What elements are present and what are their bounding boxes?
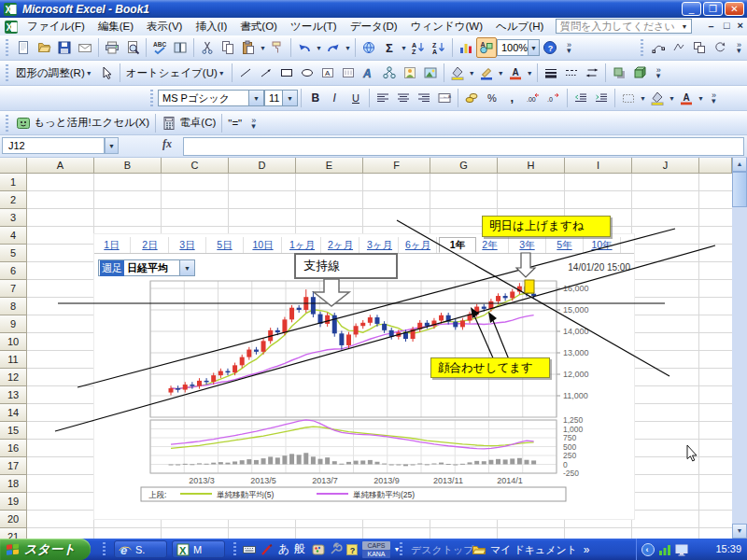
row-header-3[interactable]: 3 <box>0 209 27 227</box>
scroll-down-icon[interactable]: ▼ <box>732 524 747 539</box>
underline-button[interactable]: U <box>345 88 366 108</box>
fill-color-dropdown-icon[interactable]: ▼ <box>468 63 476 83</box>
row-header-19[interactable]: 19 <box>0 493 27 511</box>
row-header-2[interactable]: 2 <box>0 191 27 209</box>
toolbar-grip[interactable] <box>641 39 643 56</box>
font-size-combo[interactable]: 11▼ <box>264 90 298 106</box>
increase-decimal-button[interactable]: .00 <box>523 88 543 108</box>
desktop-toolbar-label[interactable]: デスクトップ <box>411 543 474 557</box>
my-documents-button[interactable]: マイ ドキュメント <box>472 542 577 557</box>
freeform-button[interactable] <box>669 37 689 58</box>
print-preview-button[interactable] <box>122 37 143 58</box>
row-header-7[interactable]: 7 <box>0 280 27 298</box>
open-button[interactable] <box>34 37 54 58</box>
undo-dropdown-icon[interactable]: ▼ <box>315 37 323 58</box>
ime-palette-icon[interactable] <box>310 541 326 557</box>
column-header-C[interactable]: C <box>162 157 229 174</box>
dash-style-button[interactable] <box>561 63 582 83</box>
row-header-9[interactable]: 9 <box>0 315 27 333</box>
text-box-button[interactable]: A <box>317 63 338 83</box>
column-header-A[interactable]: A <box>27 157 94 174</box>
toolbar-overflow-chevron[interactable]: » <box>581 541 592 557</box>
desktop-toolbar-grip[interactable] <box>400 542 402 556</box>
ime-pen-icon[interactable] <box>259 541 275 557</box>
shadow-style-button[interactable] <box>609 63 629 83</box>
drawing-button[interactable]: A <box>476 37 497 58</box>
save-button[interactable] <box>54 37 75 58</box>
font-name-dropdown-icon[interactable]: ▼ <box>248 91 263 105</box>
fill-color-button[interactable] <box>647 88 668 108</box>
menu-データ(D)[interactable]: データ(D) <box>344 18 404 35</box>
font-color-dropdown-icon[interactable]: ▼ <box>697 88 705 108</box>
increase-indent-button[interactable] <box>591 88 612 108</box>
undo-button[interactable] <box>294 37 315 58</box>
align-center-button[interactable] <box>393 88 414 108</box>
oval-button[interactable] <box>297 63 317 83</box>
fill-color-button[interactable] <box>447 63 468 83</box>
arrow-button[interactable] <box>256 63 276 83</box>
decrease-decimal-button[interactable]: .0 <box>543 88 564 108</box>
row-header-15[interactable]: 15 <box>0 422 27 440</box>
cut-button[interactable] <box>197 37 218 58</box>
column-header-D[interactable]: D <box>229 157 296 174</box>
font-color-button[interactable]: A <box>676 88 697 108</box>
select-objects-button[interactable] <box>96 63 117 83</box>
row-header-18[interactable]: 18 <box>0 475 27 493</box>
email-button[interactable] <box>75 37 95 58</box>
bold-button[interactable]: B <box>304 88 325 108</box>
spelling-button[interactable]: ABC <box>149 37 170 58</box>
print-button[interactable] <box>102 37 122 58</box>
scroll-up-icon[interactable]: ▲ <box>732 157 747 172</box>
line-color-button[interactable] <box>476 63 497 83</box>
toolbar-options-chevron[interactable]: »▾ <box>247 118 260 129</box>
decrease-indent-button[interactable] <box>571 88 591 108</box>
line-button[interactable] <box>235 63 256 83</box>
arrow-style-button[interactable] <box>582 63 602 83</box>
caps-indicator[interactable]: CAPS <box>362 541 390 550</box>
font-size-dropdown-icon[interactable]: ▼ <box>282 91 297 105</box>
line-color-dropdown-icon[interactable]: ▼ <box>497 63 505 83</box>
column-header-partial[interactable] <box>699 157 732 174</box>
3d-style-button[interactable] <box>629 63 650 83</box>
toolbar-grip[interactable] <box>6 39 8 56</box>
picture-button[interactable] <box>420 63 441 83</box>
column-header-E[interactable]: E <box>296 157 363 174</box>
close-button[interactable]: ✕ <box>725 2 744 16</box>
row-header-11[interactable]: 11 <box>0 351 27 369</box>
ime-input-mode[interactable]: あ <box>276 541 291 557</box>
ime-tool-icon[interactable] <box>327 541 343 557</box>
sheet-close-button[interactable]: × <box>738 20 743 34</box>
font-color-button[interactable]: A <box>505 63 526 83</box>
equals-addin-button[interactable]: "=" <box>225 116 245 131</box>
insert-hyperlink-button[interactable] <box>359 37 379 58</box>
row-header-1[interactable]: 1 <box>0 174 27 191</box>
paste-button[interactable] <box>238 37 259 58</box>
row-header-12[interactable]: 12 <box>0 369 27 386</box>
network-signal-icon[interactable] <box>657 542 672 557</box>
restore-button[interactable]: ❐ <box>703 2 723 16</box>
sort-ascending-button[interactable]: AZ <box>408 37 429 58</box>
chart-wizard-button[interactable] <box>456 37 476 58</box>
question-input[interactable]: 質問を入力してください ▼ <box>556 19 692 34</box>
fill-color-dropdown-icon[interactable]: ▼ <box>668 88 676 108</box>
borders-dropdown-icon[interactable]: ▼ <box>639 88 647 108</box>
row-header-17[interactable]: 17 <box>0 457 27 475</box>
column-header-G[interactable]: G <box>430 157 498 174</box>
ime-conversion-mode[interactable]: 般 <box>292 541 307 557</box>
currency-button[interactable] <box>461 88 482 108</box>
sort-descending-button[interactable]: ZA <box>429 37 449 58</box>
vertical-scrollbar[interactable]: ▲ ▼ <box>732 157 747 539</box>
toolbar-grip[interactable] <box>150 90 153 106</box>
font-name-combo[interactable]: MS Pゴシック▼ <box>158 90 264 106</box>
row-header-14[interactable]: 14 <box>0 404 27 422</box>
row-header-20[interactable]: 20 <box>0 511 27 528</box>
comma-button[interactable]: , <box>502 88 523 108</box>
draw-menu-button[interactable]: 図形の調整(R)▼ <box>13 61 96 85</box>
column-header-H[interactable]: H <box>498 157 565 174</box>
column-header-F[interactable]: F <box>363 157 430 174</box>
start-button[interactable]: スタート <box>0 539 91 560</box>
language-bar-grip[interactable] <box>233 542 236 556</box>
row-header-5[interactable]: 5 <box>0 245 27 262</box>
menu-表示(V)[interactable]: 表示(V) <box>140 18 189 35</box>
row-header-8[interactable]: 8 <box>0 298 27 315</box>
